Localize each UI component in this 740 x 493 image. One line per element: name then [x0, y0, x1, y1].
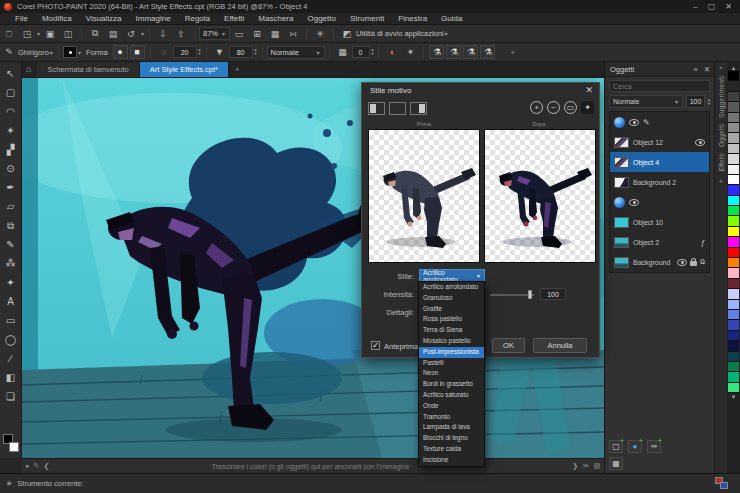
palette-swatch[interactable]	[728, 102, 739, 112]
palette-swatch[interactable]	[728, 71, 739, 81]
style-option[interactable]: Granuloso	[419, 293, 484, 304]
ok-button[interactable]: OK	[492, 338, 525, 353]
menu-item[interactable]: Immagine	[129, 14, 178, 23]
print-icon[interactable]: ◫	[60, 27, 76, 41]
blend-mode-select[interactable]: Normale ▾	[609, 95, 683, 108]
export-icon[interactable]: ⇧	[173, 27, 189, 41]
intensity-slider[interactable]	[490, 294, 534, 296]
menu-item[interactable]: Visualizza	[79, 14, 129, 23]
style-option[interactable]: Texture calda	[419, 444, 484, 455]
scroll-right-icon[interactable]: ❯	[572, 462, 578, 470]
scroll-left-icon[interactable]: ❮	[43, 462, 49, 470]
foreground-background-colors[interactable]	[3, 434, 19, 452]
feather-stepper[interactable]: ▲▼	[254, 48, 258, 56]
style-option[interactable]: Mosaico pastello	[419, 336, 484, 347]
play-icon[interactable]: ▸	[26, 462, 30, 470]
palette-swatch[interactable]	[728, 123, 739, 133]
menu-item[interactable]: File	[8, 14, 35, 23]
panel-close-icon[interactable]: ✕	[704, 65, 710, 74]
style-option[interactable]: Acrilico saturato	[419, 390, 484, 401]
home-icon[interactable]: ⌂	[26, 64, 31, 74]
import-icon[interactable]: ⇩	[155, 27, 171, 41]
style-option[interactable]: Pastelli	[419, 358, 484, 369]
merge-mode-select[interactable]: Normale ▾	[267, 46, 325, 59]
palette-swatch[interactable]	[728, 362, 739, 372]
visibility-eye-icon[interactable]	[629, 199, 639, 206]
visibility-eye-icon[interactable]	[695, 139, 705, 146]
style-option[interactable]: Post-impressionista	[419, 347, 484, 358]
maximize-button[interactable]: ▢	[708, 2, 716, 11]
delete-object-checker-icon[interactable]: ▦	[609, 457, 623, 470]
launcher-caret-icon[interactable]: ▾	[445, 30, 448, 37]
style-option[interactable]: Terra di Siena	[419, 325, 484, 336]
transparency-stepper[interactable]: ▲▼	[198, 48, 202, 56]
antialias-stepper[interactable]: ▲▼	[371, 48, 375, 56]
docker-tab-effetti[interactable]: Effetti	[718, 153, 725, 172]
style-option[interactable]: Lampada di lava	[419, 422, 484, 433]
open-caret-icon[interactable]: ▾	[37, 30, 40, 37]
palette-swatch[interactable]	[728, 268, 739, 278]
palette-swatch[interactable]	[728, 383, 739, 393]
visibility-eye-icon[interactable]	[677, 259, 687, 266]
undo-icon[interactable]: ↺	[123, 27, 139, 41]
menu-item[interactable]: Effetti	[217, 14, 251, 23]
palette-swatch[interactable]	[728, 216, 739, 226]
effect-tool-icon[interactable]: ✦	[2, 273, 20, 292]
tool-preset-name[interactable]: Ghirigoro	[18, 48, 49, 57]
object-row[interactable]: Object 2 ƒ	[610, 232, 709, 252]
fit-page-icon[interactable]: ▭	[231, 27, 247, 41]
style-option[interactable]: Bordi in grassetto	[419, 379, 484, 390]
style-option[interactable]: Acrilico arrotondato	[419, 282, 484, 293]
new-mask-icon[interactable]: ✑	[647, 440, 661, 453]
docker-collapse-icon[interactable]: »	[719, 64, 722, 70]
palette-swatch[interactable]	[728, 300, 739, 310]
guides-icon[interactable]: ∺	[285, 27, 301, 41]
object-row-lens-1[interactable]: ✎	[610, 112, 709, 132]
undo-caret-icon[interactable]: ▾	[141, 30, 144, 37]
square-nib-button[interactable]: ■	[130, 45, 145, 59]
new-document-icon[interactable]: □	[1, 27, 17, 41]
fill-tool-icon[interactable]: ◧	[2, 368, 20, 387]
palette-swatch[interactable]	[728, 81, 739, 91]
zoom-level-combo[interactable]: 87% ▾	[199, 27, 230, 40]
new-lens-icon[interactable]: ●	[628, 440, 642, 453]
menu-item[interactable]: Modifica	[35, 14, 79, 23]
preview-checkbox[interactable]: ✓	[371, 341, 380, 350]
before-preview[interactable]	[368, 129, 480, 263]
round-nib-button[interactable]: ●	[113, 45, 128, 59]
spray-setting-1-icon[interactable]: ⚗	[429, 45, 444, 59]
eraser-tool-icon[interactable]: ▱	[2, 197, 20, 216]
dialog-close-icon[interactable]: ✕	[585, 85, 593, 95]
object-row[interactable]: Object 10	[610, 212, 709, 232]
palette-swatch[interactable]	[728, 227, 739, 237]
blend-mode-icon[interactable]: ◐	[384, 45, 400, 59]
zoom-tool-icon[interactable]: ⊙	[2, 159, 20, 178]
symmetry-icon[interactable]: ✶	[402, 45, 418, 59]
copy-icon[interactable]: ⧉	[87, 27, 103, 41]
spray-setting-4-icon[interactable]: ⚗	[480, 45, 495, 59]
save-icon[interactable]: ▣	[42, 27, 58, 41]
style-option[interactable]: Onde	[419, 401, 484, 412]
crop-tool-icon[interactable]: ▞	[2, 140, 20, 159]
menu-item[interactable]: Maschera	[251, 14, 300, 23]
menu-item[interactable]: Regola	[178, 14, 217, 23]
dual-view-icon[interactable]	[410, 102, 427, 115]
minimize-button[interactable]: –	[693, 2, 697, 11]
menu-item[interactable]: Strumenti	[343, 14, 391, 23]
tab-welcome[interactable]: Schermata di benvenuto	[37, 62, 139, 77]
palette-swatch[interactable]	[728, 144, 739, 154]
pen-preset-icon[interactable]: ✎	[1, 45, 17, 59]
palette-swatch[interactable]	[728, 185, 739, 195]
mask-freehand-tool-icon[interactable]: ◠	[2, 102, 20, 121]
palette-swatch[interactable]	[728, 206, 739, 216]
object-opacity-input[interactable]: 100	[686, 95, 705, 108]
palette-swatch[interactable]	[728, 248, 739, 258]
zoom-fit-icon[interactable]: ▭	[564, 101, 577, 114]
palette-swatch[interactable]	[728, 196, 739, 206]
more-icon[interactable]: ≫	[582, 462, 589, 470]
intensity-input[interactable]: 100	[540, 288, 566, 300]
launcher-icon[interactable]: ◩	[339, 27, 355, 41]
zoom-out-icon[interactable]: −	[547, 101, 560, 114]
palette-scroll-down-icon[interactable]: ▼	[731, 394, 737, 400]
options-gear-icon[interactable]: ✳	[312, 27, 328, 41]
